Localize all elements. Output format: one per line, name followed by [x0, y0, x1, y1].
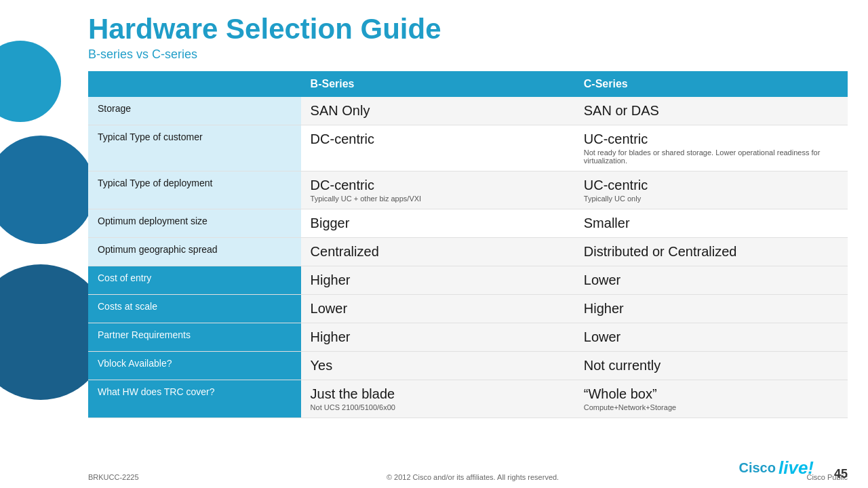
table-row: Optimum geographic spreadCentralizedDist… [88, 238, 848, 266]
row-c-value: Lower [574, 323, 848, 352]
footer-center: © 2012 Cisco and/or its affiliates. All … [387, 473, 559, 481]
row-label: Vblock Available? [88, 352, 301, 380]
col-header-c: C-Series [574, 71, 848, 97]
row-b-value: Higher [301, 266, 574, 295]
page-subtitle: B-series vs C-series [88, 47, 848, 62]
col-header-b: B-Series [301, 71, 574, 97]
table-row: Vblock Available?YesNot currently [88, 352, 848, 380]
table-row: Partner RequirementsHigherLower [88, 323, 848, 352]
row-b-value: Yes [301, 352, 574, 380]
table-row: Costs at scaleLowerHigher [88, 295, 848, 323]
deco-circle-mid [0, 136, 95, 244]
row-b-value: SAN Only [301, 97, 574, 125]
row-c-value: Distributed or Centralized [574, 238, 848, 266]
row-c-value: “Whole box”Compute+Network+Storage [574, 380, 848, 418]
row-label: Cost of entry [88, 266, 301, 295]
page-title: Hardware Selection Guide [88, 14, 848, 45]
row-label: Typical Type of customer [88, 125, 301, 171]
row-b-value: Centralized [301, 238, 574, 266]
row-c-value: SAN or DAS [574, 97, 848, 125]
row-c-value: Smaller [574, 209, 848, 238]
main-content: Hardware Selection Guide B-series vs C-s… [88, 14, 848, 468]
table-row: Typical Type of customerDC-centricUC-cen… [88, 125, 848, 171]
table-header-row: B-Series C-Series [88, 71, 848, 97]
row-b-value: Just the bladeNot UCS 2100/5100/6x00 [301, 380, 574, 418]
row-b-value: Higher [301, 323, 574, 352]
row-c-value: Not currently [574, 352, 848, 380]
row-label: What HW does TRC cover? [88, 380, 301, 418]
footer: BRKUCC-2225 © 2012 Cisco and/or its affi… [88, 473, 848, 481]
cisco-brand-text: Cisco [739, 460, 776, 476]
row-b-value: DC-centric [301, 125, 574, 171]
footer-left: BRKUCC-2225 [88, 473, 139, 481]
cisco-live-logo: Cisco live! [739, 458, 814, 479]
page-number: 45 [834, 467, 848, 481]
deco-circle-top [0, 41, 61, 122]
cisco-live-text: live! [778, 458, 814, 479]
col-header-label [88, 71, 301, 97]
row-label: Partner Requirements [88, 323, 301, 352]
row-label: Storage [88, 97, 301, 125]
table-row: What HW does TRC cover?Just the bladeNot… [88, 380, 848, 418]
row-c-value: Higher [574, 295, 848, 323]
left-decoration [0, 0, 75, 488]
row-label: Optimum deployment size [88, 209, 301, 238]
row-label: Optimum geographic spread [88, 238, 301, 266]
table-row: StorageSAN OnlySAN or DAS [88, 97, 848, 125]
row-label: Costs at scale [88, 295, 301, 323]
comparison-table: B-Series C-Series StorageSAN OnlySAN or … [88, 71, 848, 418]
row-b-value: Bigger [301, 209, 574, 238]
table-row: Optimum deployment sizeBiggerSmaller [88, 209, 848, 238]
row-b-value: Lower [301, 295, 574, 323]
table-row: Typical Type of deploymentDC-centricTypi… [88, 171, 848, 209]
row-label: Typical Type of deployment [88, 171, 301, 209]
row-c-value: UC-centricNot ready for blades or shared… [574, 125, 848, 171]
row-c-value: UC-centricTypically UC only [574, 171, 848, 209]
table-row: Cost of entryHigherLower [88, 266, 848, 295]
row-b-value: DC-centricTypically UC + other biz apps/… [301, 171, 574, 209]
row-c-value: Lower [574, 266, 848, 295]
